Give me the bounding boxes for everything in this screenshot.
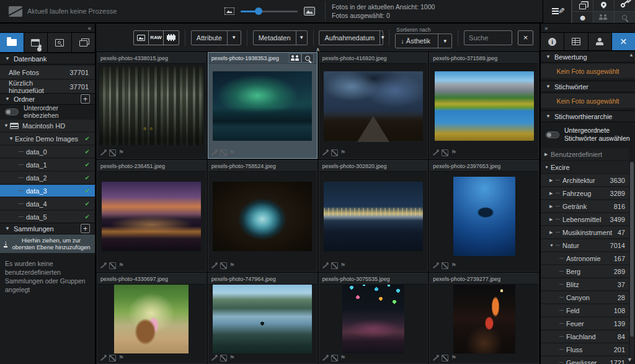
tab-folders[interactable] <box>0 33 24 52</box>
label-none-icon[interactable] <box>109 355 116 362</box>
scroll-down-arrow[interactable]: ▼ <box>627 357 633 363</box>
pin-icon[interactable] <box>433 149 439 156</box>
label-none-icon[interactable] <box>220 262 227 269</box>
similar-search-button[interactable] <box>614 11 635 23</box>
flag-icon[interactable]: ⚑ <box>229 149 235 156</box>
pin-icon[interactable] <box>100 262 107 269</box>
keyword-item-Astronomie[interactable]: Astronomie167 <box>541 252 629 264</box>
folder-item-data_3[interactable]: data_3✔ <box>0 185 95 197</box>
thumbnail-size-slider[interactable] <box>241 7 298 15</box>
folder-item-data_1[interactable]: data_1✔ <box>0 159 95 171</box>
keyword-item-Feuer[interactable]: Feuer139 <box>541 317 629 329</box>
label-none-icon[interactable] <box>109 149 116 156</box>
flag-icon[interactable]: ⚑ <box>451 149 456 156</box>
section-header-keyword-hierarchy[interactable]: ▼ Stichworthierarchie <box>541 110 635 122</box>
sort-direction-icon[interactable]: ↓ <box>401 37 404 45</box>
capture-date-dropdown[interactable]: Aufnahmedatum ▼ <box>319 30 383 45</box>
label-none-icon[interactable] <box>331 262 338 269</box>
flag-icon[interactable]: ⚑ <box>229 355 235 361</box>
tab-keywords[interactable]: ✕ <box>612 33 635 50</box>
all-photos-item[interactable]: Alle Fotos 37701 <box>0 66 95 79</box>
flag-icon[interactable]: ⚑ <box>118 262 124 269</box>
folder-item-data_5[interactable]: data_5✔ <box>0 211 95 223</box>
photo-thumbnail-rain-umbrellas[interactable] <box>342 285 404 353</box>
clear-search-button[interactable]: × <box>518 30 533 45</box>
search-input[interactable] <box>464 34 512 42</box>
section-header-keywords[interactable]: ▼ Stichwörter <box>541 81 635 92</box>
label-none-icon[interactable] <box>331 149 338 156</box>
photo-thumbnail-lake-dock[interactable] <box>213 285 312 353</box>
keyword-search-button[interactable] <box>614 0 635 11</box>
collapse-left-sidebar-button[interactable]: « <box>87 25 91 32</box>
photo-cell[interactable]: pexels-photo-236451.jpeg⚑ <box>97 160 206 272</box>
add-folder-button[interactable]: + <box>81 94 90 104</box>
section-header-database[interactable]: ▼ Datenbank <box>0 53 95 64</box>
photo-thumbnail-horse-path[interactable] <box>114 285 189 353</box>
find-people-button[interactable] <box>289 53 301 63</box>
keyword-group-Benutzerdefiniert[interactable]: ▶Benutzerdefiniert <box>541 148 629 160</box>
tab-search[interactable] <box>48 33 72 52</box>
flag-icon[interactable]: ⚑ <box>118 149 124 156</box>
photo-cell[interactable]: pexels-photo-371589.jpeg⚑ <box>429 52 539 159</box>
tab-calendar-people[interactable] <box>24 33 48 52</box>
filter-photos-button[interactable] <box>134 31 149 45</box>
collapse-right-sidebar-button[interactable]: » <box>544 25 548 32</box>
keyword-item-Lebensmittel[interactable]: ▶Lebensmittel3499 <box>541 213 629 225</box>
photo-cell[interactable]: pexels-photo-4330697.jpeg⚑ <box>97 273 206 364</box>
folder-excire-demo-images[interactable]: ▼ Excire Demo Images ✔ <box>0 133 95 144</box>
tab-info[interactable] <box>541 33 564 50</box>
label-none-icon[interactable] <box>331 355 338 362</box>
keyword-item-Architektur[interactable]: ▶Architektur3630 <box>541 174 629 186</box>
add-collection-button[interactable]: + <box>81 224 90 233</box>
photo-thumbnail-neon-street[interactable] <box>453 285 515 353</box>
label-none-icon[interactable] <box>442 355 448 362</box>
section-header-rating[interactable]: ▼ Bewertung <box>541 51 635 63</box>
keyword-item-Getränk[interactable]: ▶Getränk816 <box>541 200 629 212</box>
keyword-item-Natur[interactable]: ▼Natur7014 <box>541 239 629 251</box>
duplicates-button[interactable] <box>572 0 593 11</box>
pin-icon[interactable] <box>433 262 439 269</box>
keyword-item-Canyon[interactable]: Canyon28 <box>541 291 629 303</box>
label-none-icon[interactable] <box>442 149 448 156</box>
keyword-item-Gewässer[interactable]: Gewässer1721 <box>541 357 629 364</box>
photo-cell[interactable]: pexels-photo-416920.jpeg⚑ <box>319 52 429 159</box>
photo-thumbnail-mountain-lake[interactable] <box>435 71 534 141</box>
photo-cell[interactable]: pexels-photo-3075535.jpeg⚑ <box>319 273 429 364</box>
folder-root-macintosh-hd[interactable]: ▼ Macintosh HD <box>0 120 95 131</box>
flag-icon[interactable]: ⚑ <box>451 262 456 269</box>
location-button[interactable] <box>593 0 614 11</box>
collapse-toolbar-chevron[interactable]: ∧ <box>316 47 320 52</box>
label-none-icon[interactable] <box>442 262 448 269</box>
tab-metadata[interactable] <box>564 33 588 50</box>
pin-icon[interactable] <box>322 149 329 156</box>
section-header-collections[interactable]: ▼ Sammlungen + <box>0 223 95 234</box>
flag-icon[interactable]: ⚑ <box>340 262 346 269</box>
pin-icon[interactable] <box>322 355 329 361</box>
photo-cell[interactable]: pexels-photo-2397653.jpeg⚑ <box>429 160 539 272</box>
photo-thumbnail-city-night[interactable] <box>324 182 423 251</box>
recently-added-item[interactable]: Kürzlich hinzugefügt 37701 <box>0 80 95 93</box>
include-subfolders-toggle[interactable] <box>5 109 19 115</box>
pin-icon[interactable] <box>211 149 218 156</box>
photo-thumbnail-sea-cave[interactable] <box>213 182 312 251</box>
keyword-item-Berg[interactable]: Berg289 <box>541 265 629 277</box>
photo-thumbnail-turtle[interactable] <box>453 177 515 256</box>
photo-thumbnail-aurora[interactable] <box>213 71 312 141</box>
label-none-icon[interactable] <box>220 355 227 362</box>
scrollbar-thumb[interactable] <box>630 162 634 337</box>
folder-item-data_4[interactable]: data_4✔ <box>0 198 95 210</box>
flag-icon[interactable]: ⚑ <box>229 262 235 269</box>
photo-cell[interactable]: pexels-photo-1938353.jpeg⚑ <box>208 52 318 159</box>
pin-icon[interactable] <box>322 262 329 269</box>
edit-list-button[interactable] <box>543 0 571 23</box>
slider-knob[interactable] <box>255 7 262 15</box>
label-none-icon[interactable] <box>109 262 116 269</box>
filter-video-button[interactable] <box>164 31 179 45</box>
keyword-item-Fluss[interactable]: Fluss201 <box>541 344 629 355</box>
flag-icon[interactable]: ⚑ <box>118 355 124 361</box>
select-child-keywords-toggle[interactable] <box>546 131 559 138</box>
flag-icon[interactable]: ⚑ <box>451 355 456 361</box>
scroll-up-arrow[interactable]: ▲ <box>629 52 634 58</box>
photo-thumbnail-waterfall[interactable] <box>99 67 203 145</box>
keyword-group-Excire[interactable]: ▼Excire <box>541 161 629 173</box>
